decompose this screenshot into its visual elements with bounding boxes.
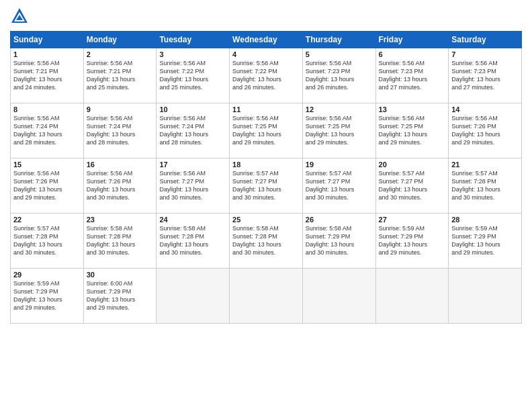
day-info: Sunrise: 5:56 AM Sunset: 7:25 PM Dayligh… [232,114,300,147]
day-number: 17 [159,161,226,169]
day-cell: 21Sunrise: 5:57 AM Sunset: 7:28 PM Dayli… [449,158,522,214]
day-info: Sunrise: 5:56 AM Sunset: 7:22 PM Dayligh… [232,59,300,92]
week-row-4: 22Sunrise: 5:57 AM Sunset: 7:28 PM Dayli… [11,214,522,269]
day-number: 30 [87,271,154,279]
day-number: 28 [451,216,519,224]
day-cell [302,269,375,324]
day-info: Sunrise: 5:56 AM Sunset: 7:24 PM Dayligh… [159,114,226,147]
day-info: Sunrise: 5:56 AM Sunset: 7:21 PM Dayligh… [13,59,81,92]
day-cell [157,269,230,324]
day-number: 14 [451,105,519,113]
day-cell: 22Sunrise: 5:57 AM Sunset: 7:28 PM Dayli… [11,214,84,269]
weekday-header-tuesday: Tuesday [157,32,230,48]
day-cell: 13Sunrise: 5:56 AM Sunset: 7:25 PM Dayli… [375,103,449,158]
day-number: 3 [159,50,226,58]
logo [10,7,32,26]
day-number: 6 [379,50,446,58]
day-cell: 3Sunrise: 5:56 AM Sunset: 7:22 PM Daylig… [157,48,230,103]
week-row-1: 1Sunrise: 5:56 AM Sunset: 7:21 PM Daylig… [11,48,522,103]
day-info: Sunrise: 5:57 AM Sunset: 7:27 PM Dayligh… [232,169,300,202]
day-info: Sunrise: 5:56 AM Sunset: 7:22 PM Dayligh… [159,59,226,92]
weekday-header-thursday: Thursday [302,32,375,48]
day-number: 7 [451,50,519,58]
day-cell: 24Sunrise: 5:58 AM Sunset: 7:28 PM Dayli… [157,214,230,269]
day-cell: 28Sunrise: 5:59 AM Sunset: 7:29 PM Dayli… [449,214,522,269]
day-cell: 10Sunrise: 5:56 AM Sunset: 7:24 PM Dayli… [157,103,230,158]
day-number: 20 [379,161,446,169]
day-info: Sunrise: 5:57 AM Sunset: 7:28 PM Dayligh… [451,169,519,202]
day-number: 27 [379,216,446,224]
day-number: 24 [159,216,226,224]
day-cell: 29Sunrise: 5:59 AM Sunset: 7:29 PM Dayli… [11,269,84,324]
week-row-2: 8Sunrise: 5:56 AM Sunset: 7:24 PM Daylig… [11,103,522,158]
page: SundayMondayTuesdayWednesdayThursdayFrid… [0,0,532,411]
week-row-3: 15Sunrise: 5:56 AM Sunset: 7:26 PM Dayli… [11,158,522,214]
day-cell: 8Sunrise: 5:56 AM Sunset: 7:24 PM Daylig… [11,103,84,158]
day-info: Sunrise: 5:59 AM Sunset: 7:29 PM Dayligh… [451,224,519,257]
day-info: Sunrise: 5:56 AM Sunset: 7:26 PM Dayligh… [87,169,154,202]
day-cell: 30Sunrise: 6:00 AM Sunset: 7:29 PM Dayli… [83,269,157,324]
day-number: 1 [13,50,81,58]
week-row-5: 29Sunrise: 5:59 AM Sunset: 7:29 PM Dayli… [11,269,522,324]
day-info: Sunrise: 5:56 AM Sunset: 7:21 PM Dayligh… [87,59,154,92]
day-cell: 5Sunrise: 5:56 AM Sunset: 7:23 PM Daylig… [302,48,375,103]
day-cell: 15Sunrise: 5:56 AM Sunset: 7:26 PM Dayli… [11,158,84,214]
day-number: 4 [232,50,300,58]
day-number: 11 [232,105,300,113]
day-info: Sunrise: 5:56 AM Sunset: 7:24 PM Dayligh… [13,114,81,147]
day-number: 13 [379,105,446,113]
day-cell: 18Sunrise: 5:57 AM Sunset: 7:27 PM Dayli… [230,158,303,214]
day-cell [375,269,449,324]
day-info: Sunrise: 5:56 AM Sunset: 7:23 PM Dayligh… [379,59,446,92]
logo-icon [10,7,29,26]
day-info: Sunrise: 5:56 AM Sunset: 7:23 PM Dayligh… [451,59,519,92]
day-info: Sunrise: 5:58 AM Sunset: 7:28 PM Dayligh… [159,224,226,257]
calendar-header: SundayMondayTuesdayWednesdayThursdayFrid… [11,32,522,48]
day-info: Sunrise: 5:58 AM Sunset: 7:28 PM Dayligh… [232,224,300,257]
day-number: 21 [451,161,519,169]
calendar-table: SundayMondayTuesdayWednesdayThursdayFrid… [10,31,522,324]
day-cell: 16Sunrise: 5:56 AM Sunset: 7:26 PM Dayli… [83,158,157,214]
header [10,7,522,26]
day-cell: 20Sunrise: 5:57 AM Sunset: 7:27 PM Dayli… [375,158,449,214]
day-cell: 23Sunrise: 5:58 AM Sunset: 7:28 PM Dayli… [83,214,157,269]
day-info: Sunrise: 5:59 AM Sunset: 7:29 PM Dayligh… [13,279,81,312]
day-number: 8 [13,105,81,113]
day-number: 26 [306,216,373,224]
day-cell: 6Sunrise: 5:56 AM Sunset: 7:23 PM Daylig… [375,48,449,103]
day-info: Sunrise: 5:56 AM Sunset: 7:24 PM Dayligh… [87,114,154,147]
day-number: 12 [306,105,373,113]
day-cell: 17Sunrise: 5:56 AM Sunset: 7:27 PM Dayli… [157,158,230,214]
day-number: 18 [232,161,300,169]
day-cell: 2Sunrise: 5:56 AM Sunset: 7:21 PM Daylig… [83,48,157,103]
weekday-header-friday: Friday [375,32,449,48]
day-cell: 19Sunrise: 5:57 AM Sunset: 7:27 PM Dayli… [302,158,375,214]
day-info: Sunrise: 5:56 AM Sunset: 7:25 PM Dayligh… [306,114,373,147]
calendar-body: 1Sunrise: 5:56 AM Sunset: 7:21 PM Daylig… [11,48,522,324]
day-cell: 27Sunrise: 5:59 AM Sunset: 7:29 PM Dayli… [375,214,449,269]
day-info: Sunrise: 6:00 AM Sunset: 7:29 PM Dayligh… [87,279,154,312]
day-cell: 14Sunrise: 5:56 AM Sunset: 7:26 PM Dayli… [449,103,522,158]
day-cell: 1Sunrise: 5:56 AM Sunset: 7:21 PM Daylig… [11,48,84,103]
day-number: 15 [13,161,81,169]
day-cell: 11Sunrise: 5:56 AM Sunset: 7:25 PM Dayli… [230,103,303,158]
day-info: Sunrise: 5:58 AM Sunset: 7:28 PM Dayligh… [87,224,154,257]
day-cell: 9Sunrise: 5:56 AM Sunset: 7:24 PM Daylig… [83,103,157,158]
day-number: 5 [306,50,373,58]
day-info: Sunrise: 5:57 AM Sunset: 7:27 PM Dayligh… [379,169,446,202]
weekday-header-wednesday: Wednesday [230,32,303,48]
day-number: 22 [13,216,81,224]
day-number: 10 [159,105,226,113]
day-cell: 4Sunrise: 5:56 AM Sunset: 7:22 PM Daylig… [230,48,303,103]
day-cell [449,269,522,324]
day-info: Sunrise: 5:58 AM Sunset: 7:29 PM Dayligh… [306,224,373,257]
day-info: Sunrise: 5:56 AM Sunset: 7:25 PM Dayligh… [379,114,446,147]
day-info: Sunrise: 5:59 AM Sunset: 7:29 PM Dayligh… [379,224,446,257]
day-cell: 12Sunrise: 5:56 AM Sunset: 7:25 PM Dayli… [302,103,375,158]
day-cell [230,269,303,324]
day-info: Sunrise: 5:56 AM Sunset: 7:27 PM Dayligh… [159,169,226,202]
day-info: Sunrise: 5:56 AM Sunset: 7:26 PM Dayligh… [451,114,519,147]
day-info: Sunrise: 5:56 AM Sunset: 7:26 PM Dayligh… [13,169,81,202]
weekday-row: SundayMondayTuesdayWednesdayThursdayFrid… [11,32,522,48]
day-cell: 7Sunrise: 5:56 AM Sunset: 7:23 PM Daylig… [449,48,522,103]
